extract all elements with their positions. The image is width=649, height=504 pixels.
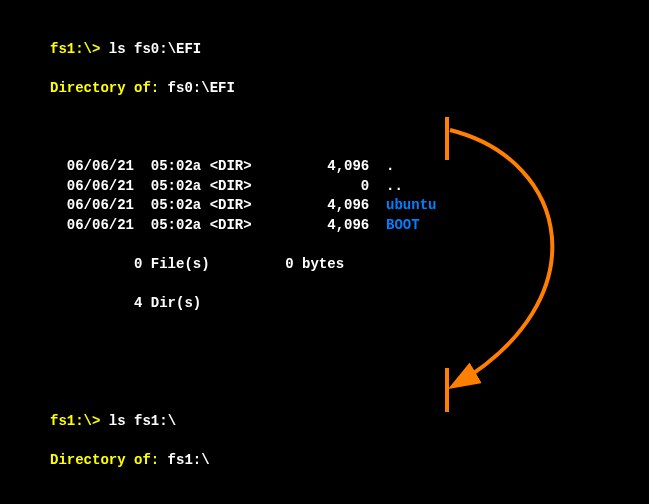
dir-row: 06/06/21 05:02a <DIR> 0 ..: [50, 177, 649, 197]
dir-row: 06/06/21 05:02a <DIR> 4,096 .: [50, 157, 649, 177]
summary-files-1: 0 File(s) 0 bytes: [50, 255, 649, 275]
cmd-line-1: fs1:\> ls fs0:\EFI: [50, 40, 649, 60]
prompt-2: fs1:\>: [50, 413, 100, 429]
row-meta: 06/06/21 05:02a <DIR> 0: [50, 178, 386, 194]
dir-path-2: fs1:\: [159, 452, 209, 468]
dir-header-1: Directory of: fs0:\EFI: [50, 79, 649, 99]
dir-row: 06/06/21 05:02a <DIR> 4,096 BOOT: [50, 216, 649, 236]
dir-path-1: fs0:\EFI: [159, 80, 235, 96]
row-name: ..: [386, 178, 403, 194]
cmd-2: ls fs1:\: [100, 413, 176, 429]
dir-label-1: Directory of:: [50, 80, 159, 96]
row-meta: 06/06/21 05:02a <DIR> 4,096: [50, 197, 386, 213]
summary-dirs-1: 4 Dir(s): [50, 294, 649, 314]
dir-row: 06/06/21 05:02a <DIR> 4,096 ubuntu: [50, 196, 649, 216]
row-name: BOOT: [386, 217, 420, 233]
terminal-output: fs1:\> ls fs0:\EFI Directory of: fs0:\EF…: [0, 0, 649, 504]
row-meta: 06/06/21 05:02a <DIR> 4,096: [50, 158, 386, 174]
cmd-1: ls fs0:\EFI: [100, 41, 201, 57]
row-meta: 06/06/21 05:02a <DIR> 4,096: [50, 217, 386, 233]
dir-header-2: Directory of: fs1:\: [50, 451, 649, 471]
cmd-line-2: fs1:\> ls fs1:\: [50, 412, 649, 432]
row-name: .: [386, 158, 394, 174]
prompt-1: fs1:\>: [50, 41, 100, 57]
dir-label-2: Directory of:: [50, 452, 159, 468]
row-name: ubuntu: [386, 197, 436, 213]
